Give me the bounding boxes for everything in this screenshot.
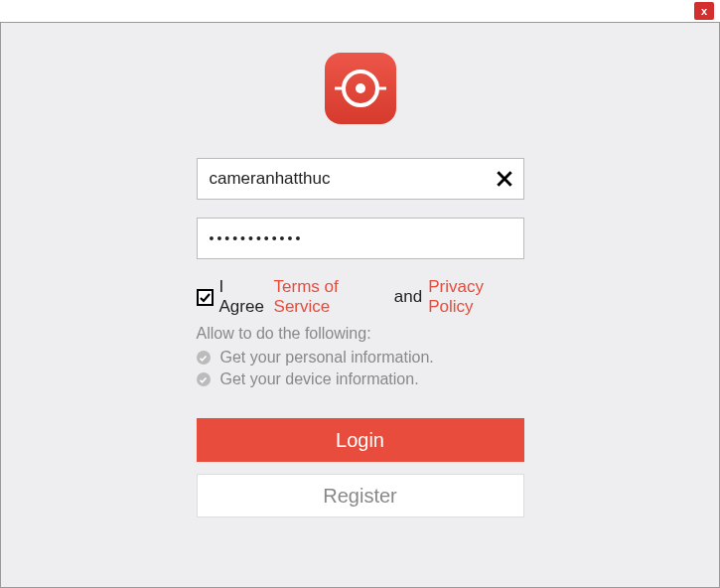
clear-username-icon[interactable] <box>493 167 516 191</box>
check-bullet-icon <box>197 351 211 365</box>
password-input[interactable] <box>197 218 524 259</box>
agree-row: I Agree Terms of Service and Privacy Pol… <box>197 277 524 317</box>
agree-text-prefix: I Agree <box>219 277 268 317</box>
svg-point-1 <box>356 83 365 93</box>
check-bullet-icon <box>197 372 211 386</box>
allow-item-label: Get your device information. <box>220 370 419 388</box>
allow-item: Get your personal information. <box>197 349 524 367</box>
username-input[interactable] <box>197 158 524 200</box>
username-field-wrap <box>197 158 524 200</box>
allow-item-label: Get your personal information. <box>220 349 434 367</box>
password-field-wrap <box>197 218 524 259</box>
terms-link[interactable]: Terms of Service <box>274 277 388 317</box>
privacy-link[interactable]: Privacy Policy <box>428 277 523 317</box>
login-window: x <box>0 0 720 588</box>
agree-checkbox[interactable] <box>197 289 214 306</box>
check-icon <box>199 291 212 304</box>
agree-text-join: and <box>394 287 422 307</box>
allow-item: Get your device information. <box>197 370 524 388</box>
app-logo-icon <box>325 53 396 124</box>
allow-title: Allow to do the following: <box>197 325 524 343</box>
login-button[interactable]: Login <box>197 418 524 462</box>
close-icon: x <box>701 5 707 17</box>
content-area: I Agree Terms of Service and Privacy Pol… <box>0 22 720 588</box>
close-button[interactable]: x <box>694 2 714 20</box>
register-button[interactable]: Register <box>197 474 524 517</box>
login-form: I Agree Terms of Service and Privacy Pol… <box>197 158 524 517</box>
